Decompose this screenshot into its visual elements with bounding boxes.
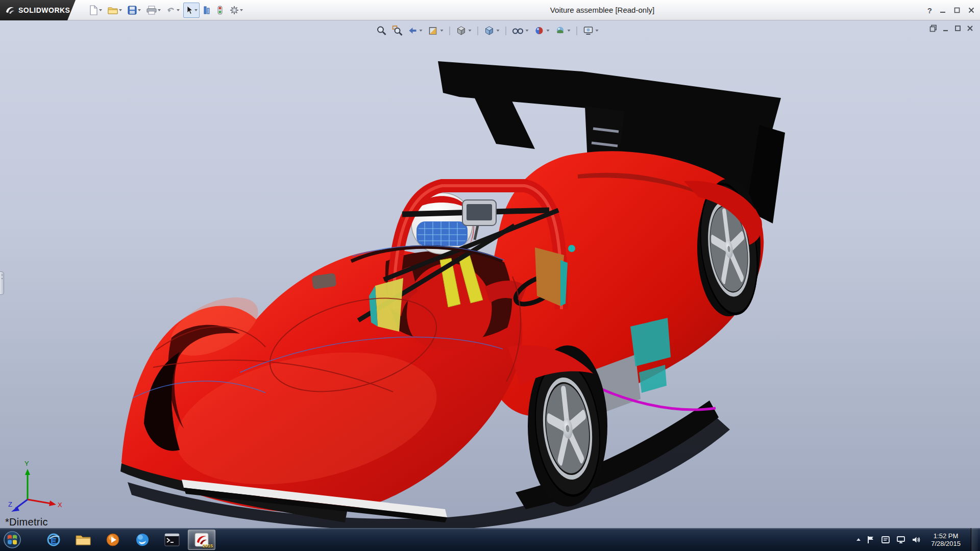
dropdown-caret-icon[interactable] — [547, 30, 550, 32]
rebuild-icon — [216, 6, 224, 15]
toolbar-separator — [577, 27, 577, 35]
zoom-to-area-button[interactable] — [391, 24, 404, 37]
volume-icon[interactable] — [912, 536, 921, 544]
start-button[interactable] — [0, 528, 24, 551]
dassault-3ds-logo-icon — [5, 5, 15, 15]
show-desktop-button[interactable] — [971, 528, 978, 551]
print-button[interactable] — [144, 3, 163, 18]
dropdown-caret-icon[interactable] — [99, 9, 102, 11]
open-button[interactable] — [106, 3, 124, 18]
hidden-icons-button[interactable] — [856, 538, 861, 541]
document-window-controls — [929, 24, 974, 32]
clock-time: 1:52 PM — [931, 532, 961, 540]
triad-z-label: Z — [8, 500, 12, 508]
system-tray: 1:52 PM 7/28/2015 — [856, 528, 980, 551]
undo-icon — [166, 6, 176, 15]
dropdown-caret-icon[interactable] — [420, 30, 423, 32]
taskbar-windows-explorer[interactable] — [69, 530, 97, 550]
taskbar-apps: 2015 — [40, 528, 215, 551]
doc-close-icon[interactable] — [966, 24, 974, 32]
apply-scene-button[interactable] — [554, 24, 572, 37]
left-accent-panel-yellow — [375, 278, 403, 332]
select-button[interactable] — [183, 3, 200, 18]
options-button[interactable] — [228, 3, 245, 18]
dropdown-caret-icon[interactable] — [440, 30, 444, 32]
quick-access-toolbar — [87, 0, 245, 20]
device-icon[interactable] — [881, 536, 890, 544]
dropdown-caret-icon[interactable] — [194, 9, 198, 11]
windows-taskbar: 2015 — [0, 528, 980, 551]
doc-restore-icon[interactable] — [954, 24, 962, 32]
view-orientation-button[interactable] — [455, 24, 473, 37]
apply-scene-icon — [555, 26, 566, 36]
previous-view-icon — [408, 26, 418, 36]
hide-show-items-button[interactable] — [511, 24, 530, 37]
solidworks-window: SOLIDWORKS — [0, 0, 980, 551]
undo-button[interactable] — [164, 3, 182, 18]
options-gear-icon — [230, 6, 239, 15]
view-orientation-label: *Dimetric — [5, 516, 48, 528]
zoom-to-fit-button[interactable] — [376, 24, 388, 37]
toolbar-separator — [450, 27, 450, 35]
heads-up-view-toolbar — [376, 24, 600, 37]
minimize-button[interactable] — [939, 7, 946, 14]
solidworks-version-badge: 2015 — [203, 543, 213, 548]
taskbar-media-player[interactable] — [99, 530, 127, 550]
action-center-flag-icon[interactable] — [867, 535, 875, 544]
new-document-icon — [89, 5, 98, 15]
maximize-button[interactable] — [953, 7, 961, 14]
dropdown-caret-icon[interactable] — [469, 30, 472, 32]
blue-app-icon — [135, 532, 150, 547]
window-title: Voiture assemblee [Read-only] — [550, 0, 654, 20]
taskbar-messenger[interactable] — [129, 530, 156, 550]
network-display-icon[interactable] — [896, 536, 905, 544]
print-icon — [146, 6, 157, 15]
help-button[interactable]: ? — [927, 6, 932, 15]
save-button[interactable] — [126, 3, 143, 18]
car-assembly-model[interactable] — [0, 20, 980, 528]
close-button[interactable] — [968, 7, 975, 14]
display-style-button[interactable] — [483, 24, 501, 37]
doc-minimize-icon[interactable] — [942, 24, 949, 32]
graphics-viewport[interactable]: Y X Z *Dimetric — [0, 20, 980, 528]
dropdown-caret-icon[interactable] — [119, 9, 122, 11]
view-settings-button[interactable] — [582, 24, 600, 37]
taskbar-solidworks[interactable]: 2015 — [188, 530, 215, 550]
title-bar: SOLIDWORKS — [0, 0, 980, 20]
dropdown-caret-icon[interactable] — [596, 30, 599, 32]
folder-icon — [75, 533, 91, 546]
new-document-button[interactable] — [87, 3, 104, 18]
dropdown-caret-icon[interactable] — [497, 30, 500, 32]
cascade-icon[interactable] — [929, 24, 937, 32]
section-view-button[interactable] — [427, 24, 445, 37]
clock-date: 7/28/2015 — [931, 540, 961, 547]
helmet-visor — [416, 221, 468, 246]
taskbar-internet-explorer[interactable] — [40, 530, 67, 550]
save-icon — [128, 6, 137, 15]
toolbar-separator — [478, 27, 478, 35]
rebuild-button[interactable] — [214, 3, 226, 18]
triad-y-label: Y — [24, 460, 29, 467]
taskbar-clock[interactable]: 1:52 PM 7/28/2015 — [927, 532, 965, 547]
edit-appearance-icon — [534, 26, 545, 36]
hide-show-items-icon — [512, 26, 524, 36]
dropdown-caret-icon[interactable] — [240, 9, 243, 11]
dropdown-caret-icon[interactable] — [138, 9, 141, 11]
previous-view-button[interactable] — [407, 24, 424, 37]
zoom-to-area-icon — [393, 26, 403, 36]
panel-splitter-handle[interactable] — [0, 271, 4, 295]
sketch-button[interactable] — [201, 3, 212, 18]
dropdown-caret-icon[interactable] — [568, 30, 571, 32]
open-folder-icon — [108, 6, 118, 15]
sketch-icon — [203, 6, 210, 15]
edit-appearance-button[interactable] — [533, 24, 551, 37]
dropdown-caret-icon[interactable] — [158, 9, 161, 11]
solidworks-logo: SOLIDWORKS — [0, 0, 76, 20]
dropdown-caret-icon[interactable] — [177, 9, 180, 11]
media-player-icon — [105, 532, 120, 547]
taskbar-command-prompt[interactable] — [158, 530, 186, 550]
triad-x-label: X — [58, 501, 62, 509]
dropdown-caret-icon[interactable] — [526, 30, 529, 32]
brand-name: SOLIDWORKS — [18, 6, 70, 14]
teal-fitting — [568, 245, 575, 252]
